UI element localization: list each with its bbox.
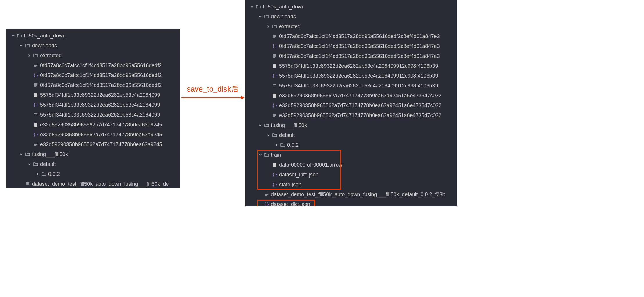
tree-folder-fusing[interactable]: fusing___fill50k	[6, 149, 180, 159]
tree-folder-downloads[interactable]: downloads	[245, 12, 457, 22]
tree-file[interactable]: data-00000-of-00001.arrow	[245, 160, 457, 170]
folder-label: fill50k_auto_down	[263, 2, 305, 12]
tree-file[interactable]: 0fd57a8c6c7afcc1cf1f4cd3517a28bb96a55616…	[245, 41, 457, 51]
left-file-tree: fill50k_auto_down downloads extracted 0f…	[6, 29, 180, 188]
tree-folder-train[interactable]: train	[245, 150, 457, 160]
chevron-right-icon	[266, 24, 270, 28]
chevron-down-icon	[19, 152, 23, 156]
arrow-label: save_to_disk后	[187, 84, 238, 94]
folder-label: default	[279, 130, 295, 140]
file-label: dataset_demo_test_fill50k_auto_down_fusi…	[32, 179, 169, 188]
file-label: e32d59290358b965562a7d747174778b0ea63a92…	[279, 101, 442, 110]
tree-file[interactable]: 0fd57a8c6c7afcc1cf1f4cd3517a28bb96a55616…	[6, 70, 180, 80]
tree-file[interactable]: 5575df34fdf1b33c89322d2ea6282eb53c4a2084…	[6, 90, 180, 100]
folder-icon	[33, 162, 38, 167]
folder-label: fill50k_auto_down	[24, 31, 66, 41]
chevron-down-icon	[27, 162, 31, 166]
tree-folder-root[interactable]: fill50k_auto_down	[245, 2, 457, 12]
tree-file[interactable]: e32d59290358b965562a7d747174778b0ea63a92…	[6, 120, 180, 130]
folder-label: extracted	[279, 22, 301, 31]
tree-file[interactable]: 5575df34fdf1b33c89322d2ea6282eb53c4a2084…	[6, 100, 180, 110]
file-label: e32d59290358b965562a7d747174778b0ea63a92…	[40, 130, 162, 139]
tree-folder-root[interactable]: fill50k_auto_down	[6, 31, 180, 41]
tree-file[interactable]: e32d59290358b965562a7d747174778b0ea63a92…	[245, 110, 457, 120]
file-icon	[33, 122, 38, 127]
file-label: e32d59290358b965562a7d747174778b0ea63a92…	[40, 120, 162, 130]
file-label: 0fd57a8c6c7afcc1cf1f4cd3517a28bb96a55616…	[279, 31, 440, 41]
tree-folder-default[interactable]: default	[245, 130, 457, 140]
json-file-icon	[272, 103, 277, 108]
tree-folder-default[interactable]: default	[6, 159, 180, 169]
file-label: 5575df34fdf1b33c89322d2ea6282eb53c4a2084…	[279, 71, 438, 81]
chevron-right-icon	[27, 53, 31, 58]
folder-icon	[264, 152, 269, 158]
tree-file[interactable]: e32d59290358b965562a7d747174778b0ea63a92…	[245, 101, 457, 110]
json-file-icon	[33, 73, 38, 78]
tree-file[interactable]: e32d59290358b965562a7d747174778b0ea63a92…	[6, 130, 180, 139]
file-icon	[33, 92, 38, 98]
tree-folder-version[interactable]: 0.0.2	[245, 140, 457, 150]
tree-folder-version[interactable]: 0.0.2	[6, 169, 180, 179]
folder-icon	[272, 24, 277, 29]
file-label: 5575df34fdf1b33c89322d2ea6282eb53c4a2084…	[40, 90, 160, 100]
folder-label: downloads	[271, 12, 296, 22]
tree-file[interactable]: 5575df34fdf1b33c89322d2ea6282eb53c4a2084…	[245, 81, 457, 91]
tree-file-dataset-dict[interactable]: dataset_dict.json	[245, 199, 457, 206]
tree-file[interactable]: 0fd57a8c6c7afcc1cf1f4cd3517a28bb96a55616…	[6, 60, 180, 70]
tree-folder-fusing[interactable]: fusing___fill50k	[245, 120, 457, 130]
chevron-right-icon	[274, 143, 278, 147]
folder-label: 0.0.2	[48, 169, 60, 179]
tree-file[interactable]: state.json	[245, 180, 457, 189]
text-file-icon	[272, 53, 277, 59]
tree-file[interactable]: 5575df34fdf1b33c89322d2ea6282eb53c4a2084…	[245, 71, 457, 81]
text-file-icon	[264, 192, 269, 197]
tree-file[interactable]: 0fd57a8c6c7afcc1cf1f4cd3517a28bb96a55616…	[6, 80, 180, 90]
folder-icon	[264, 14, 269, 19]
file-icon	[272, 63, 277, 69]
tree-file[interactable]: 0fd57a8c6c7afcc1cf1f4cd3517a28bb96a55616…	[245, 51, 457, 61]
json-file-icon	[33, 132, 38, 137]
text-file-icon	[33, 142, 38, 147]
chevron-down-icon	[19, 44, 23, 48]
folder-label: fusing___fill50k	[271, 120, 307, 130]
tree-file[interactable]: dataset_demo_test_fill50k_auto_down_fusi…	[245, 189, 457, 199]
tree-file[interactable]: 5575df34fdf1b33c89322d2ea6282eb53c4a2084…	[6, 110, 180, 120]
file-label: e32d59290358b965562a7d747174778b0ea63a92…	[279, 91, 442, 101]
file-icon	[272, 162, 277, 167]
arrow-icon	[181, 95, 245, 100]
file-label: 0fd57a8c6c7afcc1cf1f4cd3517a28bb96a55616…	[279, 41, 440, 51]
file-label: data-00000-of-00001.arrow	[279, 160, 342, 170]
text-file-icon	[25, 181, 30, 187]
tree-folder-downloads[interactable]: downloads	[6, 41, 180, 51]
folder-label: train	[271, 150, 281, 160]
json-file-icon	[272, 73, 277, 78]
chevron-down-icon	[258, 153, 262, 157]
json-file-icon	[272, 172, 277, 177]
json-file-icon	[264, 202, 269, 206]
file-label: e32d59290358b965562a7d747174778b0ea63a92…	[279, 110, 442, 120]
folder-icon	[25, 43, 30, 48]
file-label: dataset_dict.json	[271, 199, 310, 206]
folder-label: extracted	[40, 51, 62, 60]
tree-file[interactable]: e32d59290358b965562a7d747174778b0ea63a92…	[245, 91, 457, 101]
tree-file[interactable]: 0fd57a8c6c7afcc1cf1f4cd3517a28bb96a55616…	[245, 31, 457, 41]
transition-arrow: save_to_disk后	[180, 84, 245, 100]
tree-folder-extracted[interactable]: extracted	[245, 22, 457, 31]
file-label: 5575df34fdf1b33c89322d2ea6282eb53c4a2084…	[40, 110, 160, 120]
tree-file[interactable]: 5575df34fdf1b33c89322d2ea6282eb53c4a2084…	[245, 61, 457, 71]
folder-icon	[33, 53, 38, 58]
file-label: 5575df34fdf1b33c89322d2ea6282eb53c4a2084…	[279, 61, 438, 71]
tree-folder-extracted[interactable]: extracted	[6, 51, 180, 60]
folder-icon	[256, 4, 261, 9]
file-label: 0fd57a8c6c7afcc1cf1f4cd3517a28bb96a55616…	[40, 60, 162, 70]
tree-file[interactable]: dataset_demo_test_fill50k_auto_down_fusi…	[6, 179, 180, 188]
tree-file[interactable]: e32d59290358b965562a7d747174778b0ea63a92…	[6, 139, 180, 149]
right-file-tree: fill50k_auto_down downloads extracted 0f…	[245, 0, 457, 206]
tree-file[interactable]: dataset_info.json	[245, 170, 457, 180]
svg-marker-1	[241, 96, 245, 99]
folder-icon	[264, 123, 269, 128]
file-label: state.json	[279, 180, 301, 189]
text-file-icon	[272, 83, 277, 88]
file-label: 5575df34fdf1b33c89322d2ea6282eb53c4a2084…	[40, 100, 160, 110]
chevron-down-icon	[258, 123, 262, 127]
